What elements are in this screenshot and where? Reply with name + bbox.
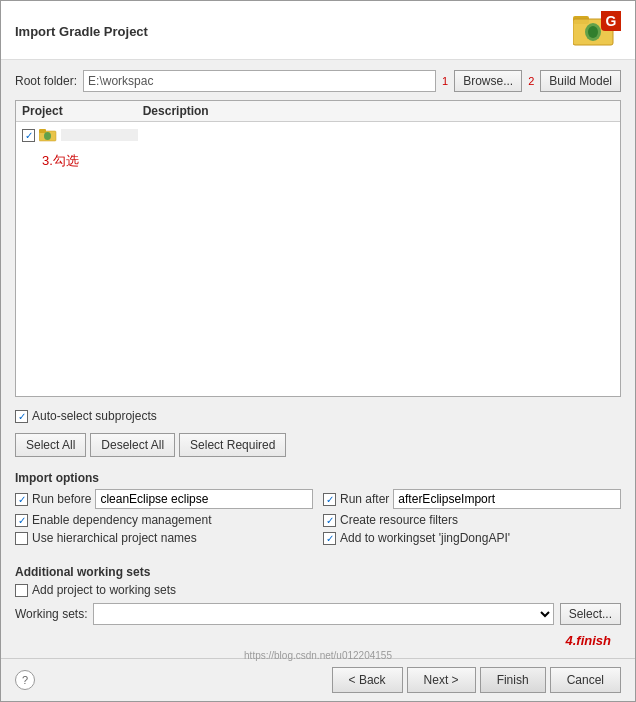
root-folder-label: Root folder: xyxy=(15,74,77,88)
step3-annotation: 3.勾选 xyxy=(42,153,79,168)
run-after-checkbox[interactable] xyxy=(323,493,336,506)
back-button[interactable]: < Back xyxy=(332,667,403,693)
run-before-checkbox[interactable] xyxy=(15,493,28,506)
create-resource-checkbox[interactable] xyxy=(323,514,336,527)
select-buttons-row: Select All Deselect All Select Required xyxy=(15,433,621,457)
col-project: Project xyxy=(22,104,63,118)
run-after-label: Run after xyxy=(340,492,389,506)
browse-button[interactable]: Browse... xyxy=(454,70,522,92)
dialog-title: Import Gradle Project xyxy=(15,24,148,39)
select-all-button[interactable]: Select All xyxy=(15,433,86,457)
enable-dependency-label: Enable dependency management xyxy=(32,513,211,527)
step2-annotation: 2 xyxy=(528,75,534,87)
step3-annotation-container: 3.勾选 xyxy=(32,152,614,170)
additional-label: Additional working sets xyxy=(15,565,621,579)
add-workingset-row: Add to workingset 'jingDongAPI' xyxy=(323,531,621,545)
run-before-row: Run before xyxy=(15,489,313,509)
working-sets-row: Working sets: Select... xyxy=(15,603,621,625)
root-folder-row: Root folder: 1 Browse... 2 Build Model xyxy=(15,70,621,92)
finish-annotation: 4.finish xyxy=(15,633,621,648)
add-project-working-row: Add project to working sets xyxy=(15,583,621,597)
title-bar: Import Gradle Project G xyxy=(1,1,635,60)
project-checkbox[interactable] xyxy=(22,129,35,142)
run-before-input[interactable] xyxy=(95,489,313,509)
working-sets-dropdown[interactable] xyxy=(93,603,553,625)
additional-section: Additional working sets Add project to w… xyxy=(15,559,621,625)
table-body: 3.勾选 xyxy=(16,122,620,396)
svg-point-8 xyxy=(44,132,51,140)
svg-point-5 xyxy=(588,26,598,38)
import-options-section: Import options Run before Run after xyxy=(15,465,621,545)
table-header: Project Description xyxy=(16,101,620,122)
use-hierarchical-checkbox[interactable] xyxy=(15,532,28,545)
auto-select-checkbox[interactable] xyxy=(15,410,28,423)
run-after-input[interactable] xyxy=(393,489,621,509)
select-required-button[interactable]: Select Required xyxy=(179,433,286,457)
auto-select-label: Auto-select subprojects xyxy=(32,409,157,423)
deselect-all-button[interactable]: Deselect All xyxy=(90,433,175,457)
project-folder-icon xyxy=(39,128,57,142)
select-working-sets-button[interactable]: Select... xyxy=(560,603,621,625)
run-before-label: Run before xyxy=(32,492,91,506)
project-table: Project Description 3.勾选 xyxy=(15,100,621,397)
step1-annotation: 1 xyxy=(442,75,448,87)
root-folder-input[interactable] xyxy=(83,70,436,92)
use-hierarchical-row: Use hierarchical project names xyxy=(15,531,313,545)
next-button[interactable]: Next > xyxy=(407,667,476,693)
run-after-row: Run after xyxy=(323,489,621,509)
svg-rect-7 xyxy=(39,129,46,133)
use-hierarchical-label: Use hierarchical project names xyxy=(32,531,197,545)
gradle-logo: G xyxy=(573,11,621,51)
finish-button[interactable]: Finish xyxy=(480,667,546,693)
import-options-label: Import options xyxy=(15,471,621,485)
help-button[interactable]: ? xyxy=(15,670,35,690)
project-name xyxy=(61,129,138,141)
col-description: Description xyxy=(143,104,209,118)
add-project-working-checkbox[interactable] xyxy=(15,584,28,597)
add-project-working-label: Add project to working sets xyxy=(32,583,176,597)
enable-dependency-checkbox[interactable] xyxy=(15,514,28,527)
main-content: Root folder: 1 Browse... 2 Build Model P… xyxy=(1,60,635,658)
add-workingset-label: Add to workingset 'jingDongAPI' xyxy=(340,531,510,545)
create-resource-row: Create resource filters xyxy=(323,513,621,527)
cancel-button[interactable]: Cancel xyxy=(550,667,621,693)
auto-select-row: Auto-select subprojects xyxy=(15,409,621,423)
build-model-button[interactable]: Build Model xyxy=(540,70,621,92)
add-workingset-checkbox[interactable] xyxy=(323,532,336,545)
bottom-bar: ? < Back Next > Finish Cancel xyxy=(1,658,635,701)
working-sets-label: Working sets: xyxy=(15,607,87,621)
table-row xyxy=(22,126,614,144)
watermark: https://blog.csdn.net/u012204155 xyxy=(244,650,392,661)
import-gradle-dialog: Import Gradle Project G xyxy=(0,0,636,702)
import-options-grid: Run before Run after Enable dependency m… xyxy=(15,489,621,545)
finish-annotation-text: 4.finish xyxy=(565,633,611,648)
gradle-g-badge: G xyxy=(601,11,621,31)
enable-dependency-row: Enable dependency management xyxy=(15,513,313,527)
nav-buttons: < Back Next > Finish Cancel xyxy=(332,667,621,693)
create-resource-label: Create resource filters xyxy=(340,513,458,527)
